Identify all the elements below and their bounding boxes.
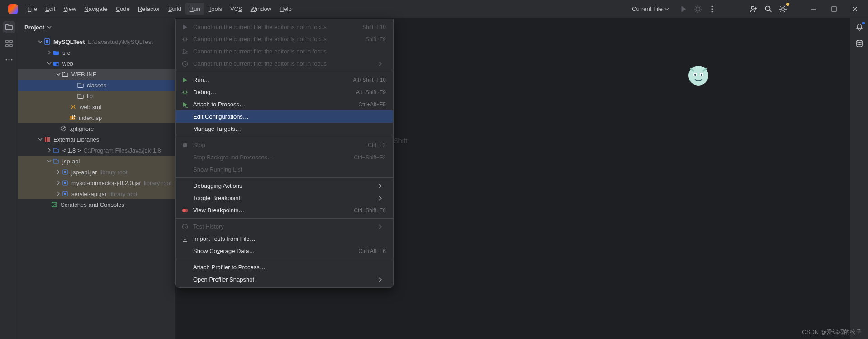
settings-button[interactable] xyxy=(777,3,789,15)
tree-label: classes xyxy=(87,82,106,89)
menu-item-shortcut: Ctrl+Shift+F8 xyxy=(354,207,386,214)
svg-rect-22 xyxy=(45,137,46,142)
tree-row-webinf[interactable]: WEB-INF xyxy=(18,69,175,80)
maximize-button[interactable] xyxy=(824,0,844,18)
project-path: E:\Javastudy\MySQLTest xyxy=(88,38,153,45)
panel-header[interactable]: Project xyxy=(18,18,175,36)
chevron-right-icon xyxy=(379,224,386,229)
svg-point-37 xyxy=(185,209,188,212)
right-toolstrip xyxy=(850,18,868,339)
tree-row-webxml[interactable]: web.xml xyxy=(18,101,175,112)
project-tree[interactable]: MySQLTest E:\Javastudy\MySQLTest src web… xyxy=(18,36,175,339)
tree-row-jdk[interactable]: < 1.8 > C:\Program Files\Java\jdk-1.8 xyxy=(18,145,175,156)
menu-run[interactable]: Run xyxy=(185,3,204,15)
menu-item-label: Cannot run the current file: the editor … xyxy=(193,36,365,43)
tree-row-gitignore[interactable]: .gitignore xyxy=(18,123,175,134)
tree-row-classes[interactable]: classes xyxy=(18,80,175,91)
menu-build[interactable]: Build xyxy=(164,3,185,15)
menu-item-debug[interactable]: Debug…Alt+Shift+F9 xyxy=(176,86,393,98)
menu-view[interactable]: View xyxy=(59,3,80,15)
menu-item-label: Open Profiler Snapshot xyxy=(193,276,379,283)
tree-label: .gitignore xyxy=(70,125,94,132)
tree-row-scratches[interactable]: Scratches and Consoles xyxy=(18,199,175,210)
tree-row-servletjar[interactable]: servlet-api.jar library root xyxy=(18,188,175,199)
menu-code[interactable]: Code xyxy=(112,3,134,15)
menu-item-label: Manage Targets… xyxy=(193,125,386,132)
tree-row-jspapi[interactable]: jsp-api xyxy=(18,156,175,167)
tree-row-mysqljar[interactable]: mysql-connector-j-8.2.0.jar library root xyxy=(18,177,175,188)
menu-tools[interactable]: Tools xyxy=(204,3,226,15)
project-tool-button[interactable] xyxy=(3,21,15,33)
scratches-icon xyxy=(51,201,58,208)
left-toolstrip xyxy=(0,18,18,339)
minimize-button[interactable] xyxy=(803,0,824,18)
svg-rect-23 xyxy=(47,137,48,142)
tree-row-extlib[interactable]: External Libraries xyxy=(18,134,175,145)
menu-item-open-profiler-snapshot[interactable]: Open Profiler Snapshot xyxy=(176,273,393,286)
run-config-selector[interactable]: Current File xyxy=(628,4,673,14)
menu-item-label: Debugging Actions xyxy=(193,182,379,189)
menu-item-label: Attach to Process… xyxy=(193,101,358,108)
module-icon xyxy=(43,38,51,45)
svg-point-34 xyxy=(185,105,188,108)
tree-hint: library root xyxy=(109,191,137,197)
stop-icon xyxy=(180,142,190,148)
tree-row-jspapijar[interactable]: jsp-api.jar library root xyxy=(18,167,175,177)
app-icon xyxy=(8,4,18,14)
close-button[interactable] xyxy=(844,0,865,18)
menu-item-cannot-run-the-current-file-the-editor-is-not-in-focus: Cannot run the current file: the editor … xyxy=(176,21,393,33)
tree-row-src[interactable]: src xyxy=(18,47,175,58)
menu-item-attach-to-process[interactable]: Attach to Process…Ctrl+Alt+F5 xyxy=(176,98,393,110)
menu-item-shortcut: Ctrl+F2 xyxy=(368,142,386,148)
menu-item-label: Test History xyxy=(193,223,379,230)
svg-rect-8 xyxy=(6,40,8,43)
menu-refactor[interactable]: Refactor xyxy=(134,3,164,15)
menu-item-edit-configurations[interactable]: Edit Configurations… xyxy=(176,110,393,123)
menu-item-shortcut: Shift+F10 xyxy=(362,24,386,30)
menu-navigate[interactable]: Navigate xyxy=(80,3,111,15)
svg-rect-31 xyxy=(182,53,188,54)
tree-label: < 1.8 > xyxy=(62,147,81,154)
menu-item-label: Stop xyxy=(193,142,368,148)
menu-item-show-coverage-data[interactable]: Show Coverage Data…Ctrl+Alt+F6 xyxy=(176,245,393,257)
debug-button[interactable] xyxy=(692,3,704,15)
menu-item-view-breakpoints[interactable]: View Breakpoints…Ctrl+Shift+F8 xyxy=(176,204,393,216)
chevron-down-icon xyxy=(46,158,52,164)
jar-icon xyxy=(62,190,69,197)
run-button[interactable] xyxy=(677,3,690,15)
menu-item-run[interactable]: Run…Alt+Shift+F10 xyxy=(176,74,393,86)
menu-item-import-tests-from-file[interactable]: Import Tests from File… xyxy=(176,233,393,245)
more-tools-button[interactable] xyxy=(3,53,15,66)
database-tool-button[interactable] xyxy=(853,37,866,50)
more-button[interactable] xyxy=(706,3,719,15)
structure-tool-button[interactable] xyxy=(3,37,15,50)
menu-item-label: Show Coverage Data… xyxy=(193,248,358,254)
chevron-right-icon xyxy=(55,191,62,197)
tree-row-web[interactable]: web xyxy=(18,58,175,69)
tree-row-indexjsp[interactable]: JS index.jsp xyxy=(18,112,175,123)
menu-item-debugging-actions[interactable]: Debugging Actions xyxy=(176,180,393,192)
menu-vcs[interactable]: VCS xyxy=(226,3,247,15)
menu-file[interactable]: File xyxy=(24,3,41,15)
menu-item-manage-targets[interactable]: Manage Targets… xyxy=(176,123,393,135)
tree-row-project[interactable]: MySQLTest E:\Javastudy\MySQLTest xyxy=(18,36,175,47)
menu-window[interactable]: Window xyxy=(247,3,275,15)
svg-point-6 xyxy=(782,8,784,10)
code-with-me-button[interactable] xyxy=(748,3,760,15)
search-button[interactable] xyxy=(762,3,775,15)
tree-label: Scratches and Consoles xyxy=(61,201,124,208)
svg-point-0 xyxy=(696,7,700,11)
svg-point-42 xyxy=(694,74,696,76)
xml-icon xyxy=(70,103,77,110)
ignore-icon xyxy=(60,125,67,132)
menu-item-label: Import Tests from File… xyxy=(193,235,386,242)
notifications-button[interactable] xyxy=(853,21,866,33)
menu-item-shortcut: Ctrl+Alt+F6 xyxy=(358,248,386,254)
menu-item-attach-profiler-to-process[interactable]: Attach Profiler to Process… xyxy=(176,261,393,273)
menu-edit[interactable]: Edit xyxy=(41,3,59,15)
tree-row-lib[interactable]: lib xyxy=(18,91,175,101)
libraries-icon xyxy=(43,136,51,143)
menu-help[interactable]: Help xyxy=(275,3,296,15)
watermark: CSDN @爱编程的松子 xyxy=(802,328,862,336)
menu-item-toggle-breakpoint[interactable]: Toggle Breakpoint xyxy=(176,192,393,204)
